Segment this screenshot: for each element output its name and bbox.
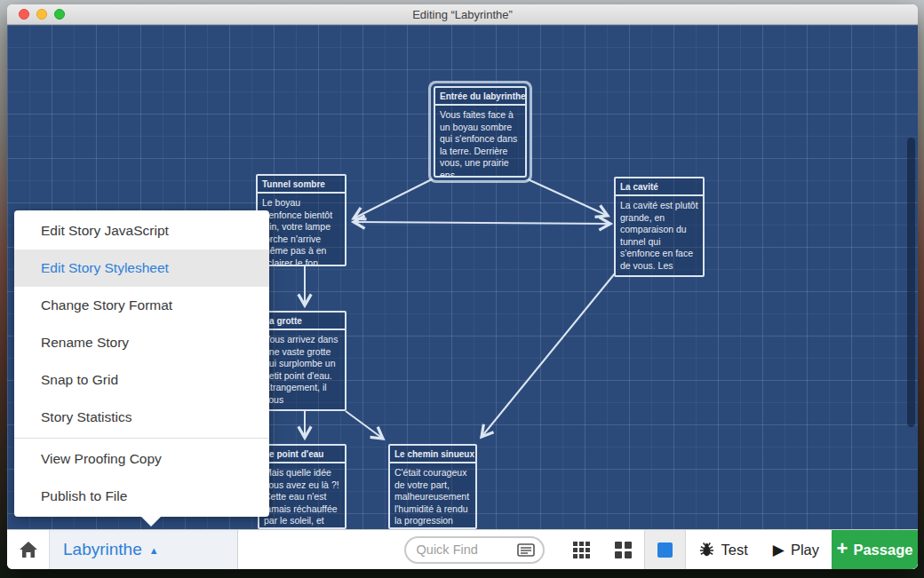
chevron-up-icon: ▲ — [149, 543, 159, 556]
new-passage-button[interactable]: + Passage — [832, 530, 918, 569]
passage-title: Le point d'eau — [259, 446, 345, 463]
close-window-icon[interactable] — [19, 9, 29, 20]
link-cavite-chemin — [482, 273, 615, 437]
home-button[interactable] — [7, 530, 49, 569]
grid-2x2-icon — [615, 542, 632, 558]
passage-excerpt: Vous faites face à un boyau sombre qui s… — [435, 106, 525, 178]
menu-pointer-caret — [140, 516, 162, 527]
menu-item-rename-story[interactable]: Rename Story — [14, 324, 269, 361]
passage-title: Entrée du labyrinthe — [435, 88, 525, 106]
passage-la-grotte[interactable]: La grotte Vous arrivez dans une vaste gr… — [258, 311, 346, 411]
menu-item-publish-to-file[interactable]: Publish to File — [14, 478, 269, 515]
menu-divider — [14, 438, 269, 439]
menu-item-snap-to-grid[interactable]: Snap to Grid — [14, 361, 269, 399]
menu-item-story-statistics[interactable]: Story Statistics — [14, 399, 269, 436]
window-title: Editing “Labyrinthe” — [412, 8, 513, 21]
passage-la-cavite[interactable]: La cavité La cavité est plutôt grande, e… — [614, 177, 705, 277]
passage-excerpt: Le boyau s'enfonce bientôt loin, votre l… — [258, 194, 345, 266]
passage-title: La grotte — [259, 313, 345, 330]
passage-button-label: Passage — [853, 542, 912, 558]
passage-tunnel-sombre[interactable]: Tunnel sombre Le boyau s'enfonce bientôt… — [256, 174, 346, 266]
menu-item-change-story-format[interactable]: Change Story Format — [14, 287, 269, 324]
link-grotte-chemin — [346, 411, 383, 439]
menu-item-view-proofing-copy[interactable]: View Proofing Copy — [14, 440, 269, 478]
vertical-scrollbar[interactable] — [907, 138, 915, 427]
passage-excerpt: Mais quelle idée vous avez eu là ?! Cett… — [259, 463, 345, 529]
passage-entree-du-labyrinthe[interactable]: Entrée du labyrinthe Vous faites face à … — [434, 86, 527, 178]
minimize-window-icon[interactable] — [36, 9, 47, 20]
passage-le-chemin-sinueux[interactable]: Le chemin sinueux C'était courageux de v… — [388, 444, 477, 529]
twine-window: Editing “Labyrinthe” Entrée du labyrinth… — [7, 4, 918, 569]
grid-3x3-icon — [573, 542, 590, 558]
bug-icon — [698, 542, 715, 558]
blue-square-icon — [657, 542, 673, 558]
passage-le-point-deau[interactable]: Le point d'eau Mais quelle idée vous ave… — [258, 444, 346, 529]
passage-excerpt: C'était courageux de votre part, malheur… — [390, 463, 475, 529]
link-tunnel-cavite — [354, 222, 610, 224]
play-button[interactable]: ▶ Play — [761, 530, 832, 569]
toolbar-spacer — [238, 530, 404, 569]
zoom-medium-button[interactable] — [602, 530, 644, 569]
quick-find-box — [404, 536, 545, 564]
home-icon — [19, 541, 38, 558]
link-entree-tunnel — [354, 178, 435, 218]
link-entree-cavite — [526, 178, 608, 216]
menu-item-edit-story-javascript[interactable]: Edit Story JavaScript — [14, 212, 269, 249]
play-label: Play — [791, 542, 819, 558]
story-name-label: Labyrinthe — [63, 540, 142, 559]
zoom-small-button[interactable] — [561, 530, 602, 569]
plus-icon: + — [837, 539, 848, 561]
menu-item-edit-story-stylesheet[interactable]: Edit Story Stylesheet — [14, 249, 269, 287]
test-button[interactable]: Test — [686, 530, 761, 569]
zoom-window-icon[interactable] — [54, 9, 65, 20]
passage-title: Le chemin sinueux — [390, 446, 475, 463]
bottom-toolbar: Labyrinthe ▲ — [7, 529, 918, 569]
zoom-full-button[interactable] — [644, 530, 686, 569]
test-label: Test — [721, 542, 748, 558]
title-bar[interactable]: Editing “Labyrinthe” — [7, 4, 918, 25]
highlight-list-icon — [517, 543, 535, 557]
passage-title: Tunnel sombre — [258, 176, 345, 194]
passage-excerpt: La cavité est plutôt grande, en comparai… — [616, 196, 703, 275]
play-icon: ▶ — [773, 541, 785, 559]
passage-title: La cavité — [616, 178, 703, 196]
quick-find-input[interactable] — [417, 542, 517, 557]
traffic-lights — [19, 9, 65, 20]
story-menu-button[interactable]: Labyrinthe ▲ — [49, 530, 238, 569]
passage-excerpt: Vous arrivez dans une vaste grotte qui s… — [259, 330, 345, 409]
story-options-menu: Edit Story JavaScript Edit Story Stylesh… — [14, 210, 269, 517]
